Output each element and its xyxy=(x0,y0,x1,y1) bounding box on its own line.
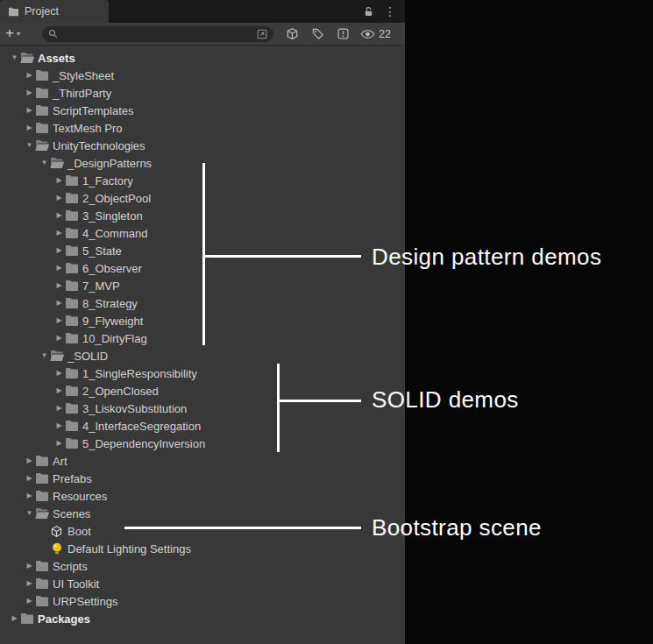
tree-item-1-singleresponsibility[interactable]: ▶1_SingleResponsibility xyxy=(0,364,405,382)
tree-item-assets[interactable]: ▼Assets xyxy=(0,49,405,67)
chevron-collapsed-icon[interactable]: ▶ xyxy=(53,317,65,324)
chevron-collapsed-icon[interactable]: ▶ xyxy=(53,422,65,429)
tree-item-default-lighting-settings[interactable]: Default Lighting Settings xyxy=(0,540,405,557)
tree-item-art[interactable]: ▶Art xyxy=(0,452,405,470)
folder-open-icon xyxy=(20,51,35,65)
chevron-collapsed-icon[interactable]: ▶ xyxy=(24,89,35,96)
chevron-expanded-icon[interactable]: ▼ xyxy=(9,54,20,61)
tree-item-2-objectpool[interactable]: ▶2_ObjectPool xyxy=(0,189,405,207)
tree-item-label: 1_Factory xyxy=(82,174,133,188)
chevron-down-icon: ▾ xyxy=(17,30,20,38)
kebab-menu-icon[interactable]: ⋮ xyxy=(384,5,396,18)
chevron-collapsed-icon[interactable]: ▶ xyxy=(24,580,35,587)
search-by-type-icon[interactable] xyxy=(286,27,299,40)
chevron-expanded-icon[interactable]: ▼ xyxy=(39,352,50,359)
chevron-collapsed-icon[interactable]: ▶ xyxy=(9,615,20,622)
tree-item-resources[interactable]: ▶Resources xyxy=(0,487,405,505)
tree-item-3-singleton[interactable]: ▶3_Singleton xyxy=(0,207,405,224)
tree-item-2-openclosed[interactable]: ▶2_OpenClosed xyxy=(0,382,405,400)
tab-controls: ⋮ xyxy=(363,0,405,23)
search-icon xyxy=(47,28,59,39)
tree-item-label: Scenes xyxy=(53,507,90,520)
folder-icon xyxy=(65,296,80,310)
folder-open-icon xyxy=(35,138,50,152)
tree-item-7-mvp[interactable]: ▶7_MVP xyxy=(0,277,405,294)
chevron-collapsed-icon[interactable]: ▶ xyxy=(24,107,35,114)
tree-item-label: TextMesh Pro xyxy=(53,122,122,135)
chevron-collapsed-icon[interactable]: ▶ xyxy=(53,177,65,184)
chevron-collapsed-icon[interactable]: ▶ xyxy=(53,300,65,307)
tree-item--solid[interactable]: ▼_SOLID xyxy=(0,347,405,364)
tree-item-10-dirtyflag[interactable]: ▶10_DirtyFlag xyxy=(0,329,405,347)
search-by-label-icon[interactable] xyxy=(311,27,324,40)
tree-item--stylesheet[interactable]: ▶_StyleSheet xyxy=(0,67,405,84)
search-input[interactable] xyxy=(62,27,252,41)
tree-item-4-interfacesegregation[interactable]: ▶4_InterfaceSegregation xyxy=(0,417,405,435)
tab-project[interactable]: Project xyxy=(0,0,109,23)
folder-icon xyxy=(65,244,80,258)
chevron-collapsed-icon[interactable]: ▶ xyxy=(53,265,65,272)
tree-item-9-flyweight[interactable]: ▶9_Flyweight xyxy=(0,312,405,329)
chevron-expanded-icon[interactable]: ▼ xyxy=(39,159,50,166)
chevron-collapsed-icon[interactable]: ▶ xyxy=(53,370,65,377)
tree-item-urpsettings[interactable]: ▶URPSettings xyxy=(0,592,405,610)
tree-item-label: _DesignPatterns xyxy=(67,157,152,170)
folder-icon xyxy=(35,86,50,100)
folder-icon xyxy=(65,401,80,415)
folder-icon xyxy=(20,612,35,626)
hidden-count-toggle[interactable]: 22 xyxy=(360,28,391,40)
open-search-icon[interactable] xyxy=(256,28,268,40)
tree-item-label: Boot xyxy=(67,525,91,538)
tree-item-scripts[interactable]: ▶Scripts xyxy=(0,557,405,575)
tree-item-textmesh-pro[interactable]: ▶TextMesh Pro xyxy=(0,119,405,137)
chevron-collapsed-icon[interactable]: ▶ xyxy=(53,405,65,412)
tree-item-boot[interactable]: Boot xyxy=(0,522,405,540)
chevron-collapsed-icon[interactable]: ▶ xyxy=(53,247,65,254)
folder-icon xyxy=(65,226,80,240)
tree-item-scripttemplates[interactable]: ▶ScriptTemplates xyxy=(0,102,405,119)
chevron-collapsed-icon[interactable]: ▶ xyxy=(53,387,65,394)
chevron-collapsed-icon[interactable]: ▶ xyxy=(53,195,65,202)
tree-item-unitytechnologies[interactable]: ▼UnityTechnologies xyxy=(0,137,405,154)
chevron-collapsed-icon[interactable]: ▶ xyxy=(53,335,65,342)
tree-item-8-strategy[interactable]: ▶8_Strategy xyxy=(0,294,405,312)
tree-item-packages[interactable]: ▶Packages xyxy=(0,610,405,627)
chevron-collapsed-icon[interactable]: ▶ xyxy=(24,457,35,464)
chevron-collapsed-icon[interactable]: ▶ xyxy=(24,72,35,79)
alert-icon[interactable] xyxy=(337,27,350,40)
chevron-collapsed-icon[interactable]: ▶ xyxy=(53,230,65,237)
tree-item-5-state[interactable]: ▶5_State xyxy=(0,242,405,259)
chevron-collapsed-icon[interactable]: ▶ xyxy=(24,475,35,482)
folder-open-icon xyxy=(35,506,50,520)
tree-item-scenes[interactable]: ▼Scenes xyxy=(0,505,405,522)
tree-item-6-observer[interactable]: ▶6_Observer xyxy=(0,259,405,277)
search-field[interactable] xyxy=(42,26,273,42)
chevron-collapsed-icon[interactable]: ▶ xyxy=(24,124,35,131)
add-button[interactable]: + ▾ xyxy=(5,27,32,40)
tree-item-prefabs[interactable]: ▶Prefabs xyxy=(0,470,405,487)
tree-item-label: URPSettings xyxy=(53,595,117,608)
chevron-collapsed-icon[interactable]: ▶ xyxy=(24,492,35,499)
tree-item-5-dependencyinversion[interactable]: ▶5_DependencyInversion xyxy=(0,435,405,452)
tree-item--designpatterns[interactable]: ▼_DesignPatterns xyxy=(0,154,405,172)
chevron-collapsed-icon[interactable]: ▶ xyxy=(53,282,65,289)
tree-item--thirdparty[interactable]: ▶_ThirdParty xyxy=(0,84,405,102)
folder-icon xyxy=(65,279,80,293)
folder-icon xyxy=(65,384,80,398)
chevron-collapsed-icon[interactable]: ▶ xyxy=(24,563,35,570)
lock-icon[interactable] xyxy=(363,6,374,18)
chevron-expanded-icon[interactable]: ▼ xyxy=(24,510,35,517)
chevron-collapsed-icon[interactable]: ▶ xyxy=(53,440,65,447)
chevron-collapsed-icon[interactable]: ▶ xyxy=(53,212,65,219)
tree-item-ui-toolkit[interactable]: ▶UI Toolkit xyxy=(0,575,405,592)
tree-item-1-factory[interactable]: ▶1_Factory xyxy=(0,172,405,189)
tree-item-label: Resources xyxy=(53,490,107,503)
tree-item-4-command[interactable]: ▶4_Command xyxy=(0,224,405,242)
tree-item-3-liskovsubstitution[interactable]: ▶3_LiskovSubstitution xyxy=(0,400,405,417)
chevron-collapsed-icon[interactable]: ▶ xyxy=(24,598,35,605)
tree-item-label: Art xyxy=(53,455,67,468)
tree-item-label: 6_Observer xyxy=(82,262,142,275)
tree-item-label: Assets xyxy=(38,52,75,65)
folder-icon xyxy=(8,7,19,17)
chevron-expanded-icon[interactable]: ▼ xyxy=(24,142,35,149)
